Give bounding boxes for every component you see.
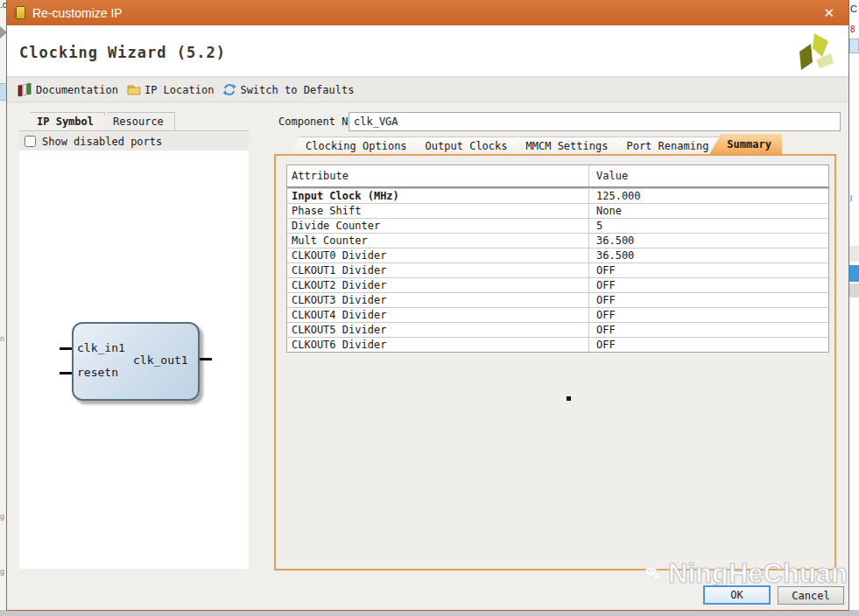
background-list-row bbox=[849, 246, 859, 262]
tab-port-renaming[interactable]: Port Renaming bbox=[609, 136, 719, 154]
attribute-cell: CLKOUT4 Divider bbox=[287, 308, 589, 322]
show-disabled-ports-label: Show disabled ports bbox=[42, 136, 162, 148]
attribute-cell: CLKOUT1 Divider bbox=[287, 263, 589, 277]
toolbar-item-label: Switch to Defaults bbox=[240, 84, 354, 96]
attribute-cell: Mult Counter bbox=[287, 234, 589, 248]
background-arrow-icon bbox=[0, 26, 7, 38]
value-cell: OFF bbox=[589, 278, 828, 292]
clk-in1-port-stub bbox=[60, 347, 72, 350]
dialog-toolbar: Documentation IP Location Switch to Defa… bbox=[7, 77, 848, 102]
summary-table-header: Attribute Value bbox=[287, 165, 828, 188]
tab-clocking-options[interactable]: Clocking Options bbox=[288, 136, 418, 154]
port-label-clk-in1: clk_in1 bbox=[77, 341, 125, 354]
ip-location-button[interactable]: IP Location bbox=[127, 84, 214, 96]
documentation-books-icon bbox=[18, 83, 32, 97]
value-cell: OFF bbox=[589, 293, 828, 307]
ip-block-icon bbox=[16, 6, 25, 19]
background-blue-bar bbox=[0, 83, 7, 101]
summary-table: Attribute Value Input Clock (MHz) 125.00… bbox=[286, 164, 829, 353]
tab-summary[interactable]: Summary bbox=[709, 134, 782, 154]
background-window-left-sliver: .o n g g bbox=[0, 0, 7, 610]
value-cell: OFF bbox=[589, 338, 828, 352]
background-blue-bar bbox=[849, 38, 859, 53]
cursor-artifact-dot bbox=[567, 396, 571, 401]
tab-resource[interactable]: Resource bbox=[95, 112, 175, 130]
show-disabled-ports-row: Show disabled ports bbox=[19, 132, 249, 150]
dialog-title: Re-customize IP bbox=[32, 6, 123, 20]
attribute-cell: CLKOUT3 Divider bbox=[287, 293, 589, 307]
ip-symbol-canvas: clk_in1 resetn clk_out1 bbox=[19, 150, 249, 569]
switch-defaults-refresh-icon bbox=[222, 83, 236, 96]
screenshot-page: .o n g g C 8 l Re-customize IP ✕ Clockin… bbox=[0, 0, 859, 616]
background-text-fragment: g bbox=[0, 512, 4, 521]
show-disabled-ports-checkbox[interactable] bbox=[25, 136, 36, 147]
background-text-fragment: 8 bbox=[850, 24, 855, 34]
background-window-right-sliver: C 8 l bbox=[849, 0, 859, 610]
background-selected-row bbox=[849, 265, 859, 282]
wizard-header: Clocking Wizard (5.2) bbox=[7, 25, 848, 77]
cancel-button[interactable]: Cancel bbox=[778, 586, 844, 605]
tab-ip-symbol[interactable]: IP Symbol bbox=[19, 112, 105, 130]
column-header-attribute: Attribute bbox=[287, 165, 589, 186]
value-cell: 36.500 bbox=[589, 234, 828, 248]
background-bottom-strip bbox=[0, 610, 859, 616]
background-text-fragment: l bbox=[850, 194, 852, 203]
wechat-icon bbox=[644, 554, 663, 594]
table-row: Phase Shift None bbox=[287, 203, 828, 218]
close-icon[interactable]: ✕ bbox=[818, 5, 840, 21]
table-row: CLKOUT6 Divider OFF bbox=[287, 337, 828, 352]
table-row: CLKOUT3 Divider OFF bbox=[287, 292, 828, 307]
table-row: Mult Counter 36.500 bbox=[287, 233, 828, 248]
table-row: CLKOUT1 Divider OFF bbox=[287, 262, 828, 277]
background-text-fragment: .o bbox=[0, 0, 7, 10]
page-title: Clocking Wizard (5.2) bbox=[19, 44, 226, 61]
recustomize-ip-dialog: Re-customize IP ✕ Clocking Wizard (5.2) bbox=[7, 0, 848, 610]
port-label-clk-out1: clk_out1 bbox=[133, 354, 188, 367]
attribute-cell: CLKOUT0 Divider bbox=[287, 248, 589, 262]
left-panel-tabbar: IP Symbol Resource bbox=[19, 114, 249, 131]
background-text-fragment: n bbox=[0, 334, 4, 343]
attribute-cell: CLKOUT2 Divider bbox=[287, 278, 589, 292]
table-row: CLKOUT4 Divider OFF bbox=[287, 307, 828, 322]
value-cell: 125.000 bbox=[589, 189, 828, 203]
toolbar-item-label: IP Location bbox=[144, 84, 214, 96]
table-row: CLKOUT2 Divider OFF bbox=[287, 277, 828, 292]
table-row: Divide Counter 5 bbox=[287, 218, 828, 233]
value-cell: OFF bbox=[589, 308, 828, 322]
background-text-fragment: g bbox=[0, 567, 4, 576]
column-header-value: Value bbox=[589, 165, 828, 186]
attribute-cell: Divide Counter bbox=[287, 219, 589, 233]
clk-out1-port-stub bbox=[200, 358, 212, 360]
background-text-fragment: C bbox=[850, 4, 857, 14]
table-row: CLKOUT0 Divider 36.500 bbox=[287, 248, 828, 262]
background-list-row bbox=[849, 284, 859, 298]
dialog-titlebar[interactable]: Re-customize IP ✕ bbox=[7, 0, 848, 25]
xilinx-logo-icon bbox=[792, 32, 834, 76]
documentation-button[interactable]: Documentation bbox=[18, 83, 118, 97]
main-tabbar: Clocking Options Output Clocks MMCM Sett… bbox=[288, 134, 782, 154]
ok-button[interactable]: OK bbox=[703, 585, 771, 605]
port-label-resetn: resetn bbox=[77, 366, 118, 379]
toolbar-item-label: Documentation bbox=[36, 84, 118, 96]
folder-icon bbox=[127, 84, 141, 96]
component-name-input[interactable] bbox=[349, 112, 841, 131]
table-row: Input Clock (MHz) 125.000 bbox=[287, 188, 828, 203]
resetn-port-stub bbox=[60, 372, 72, 374]
value-cell: None bbox=[589, 204, 828, 218]
tab-output-clocks[interactable]: Output Clocks bbox=[408, 136, 518, 154]
value-cell: OFF bbox=[589, 323, 828, 337]
table-row: CLKOUT5 Divider OFF bbox=[287, 322, 828, 337]
attribute-cell: CLKOUT5 Divider bbox=[287, 323, 589, 337]
value-cell: 36.500 bbox=[589, 248, 828, 262]
attribute-cell: CLKOUT6 Divider bbox=[287, 338, 589, 352]
tab-mmcm-settings[interactable]: MMCM Settings bbox=[509, 136, 619, 154]
value-cell: 5 bbox=[589, 219, 828, 233]
attribute-cell: Phase Shift bbox=[287, 204, 589, 218]
summary-panel: Attribute Value Input Clock (MHz) 125.00… bbox=[274, 154, 836, 570]
value-cell: OFF bbox=[589, 263, 828, 277]
switch-to-defaults-button[interactable]: Switch to Defaults bbox=[222, 83, 354, 96]
attribute-cell: Input Clock (MHz) bbox=[287, 189, 589, 203]
